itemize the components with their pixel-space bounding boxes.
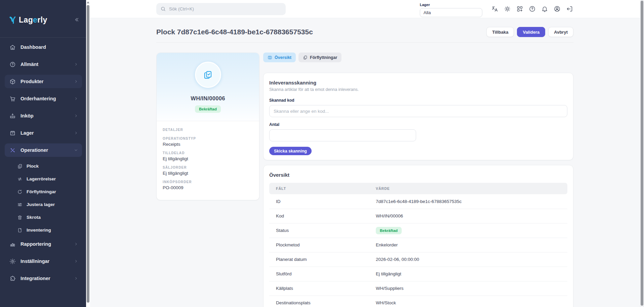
overview-title: Översikt: [269, 172, 567, 178]
info-hero: WH/IN/00006 Bekräftad: [157, 53, 259, 121]
sidebar-item-label: Lager: [21, 130, 34, 136]
row-label: Planerat datum: [269, 252, 369, 267]
overview-card: Översikt FÄLT VÄRDE ID7d87c1e6-6c48-4189…: [263, 165, 573, 307]
scrollbar-up-arrow[interactable]: [87, 1, 89, 3]
sidebar-item-label: Justera lager: [27, 202, 55, 207]
search-icon: [160, 6, 166, 12]
sidebar-item-forflyttningar[interactable]: Förflyttningar: [5, 186, 82, 197]
column-header-varde: VÄRDE: [369, 183, 567, 194]
page-header: Plock 7d87c1e6-6c48-4189-be1c-6788365753…: [156, 18, 573, 43]
help-icon[interactable]: [528, 5, 536, 13]
chevron-right-icon: [74, 62, 78, 66]
overview-table: FÄLT VÄRDE ID7d87c1e6-6c48-4189-be1c-678…: [269, 183, 567, 307]
clipboard-check-icon: [195, 62, 221, 88]
column-header-falt: FÄLT: [269, 183, 369, 194]
chevron-right-icon: [74, 276, 78, 280]
logo-text: Lagerly: [19, 15, 47, 25]
lagerly-logo-mark: [9, 16, 17, 24]
sidebar-item-skrota[interactable]: Skrota: [5, 212, 82, 223]
detail-value: Ej tillgängligt: [163, 156, 253, 161]
sliders-icon: [17, 202, 23, 207]
detail-value: Ej tillgängligt: [163, 171, 253, 176]
sidebar-item-operationer[interactable]: Operationer: [5, 143, 82, 157]
sidebar-item-plock[interactable]: Plock: [5, 161, 82, 172]
scan-card-subtitle: Skanna artiklar för att ta emot denna in…: [269, 87, 567, 92]
record-code: WH/IN/00006: [162, 95, 254, 102]
row-value: WH/IN/00006: [369, 209, 567, 223]
chevron-right-icon: [74, 131, 78, 135]
record-info-card: WH/IN/00006 Bekräftad DETALJER OPERATION…: [156, 53, 259, 200]
chevron-down-icon: [74, 148, 78, 152]
package-icon: [9, 78, 16, 85]
sidebar-item-label: Lagerrörelser: [27, 176, 56, 181]
detail-value: Receipts: [163, 142, 253, 147]
cancel-button[interactable]: Avbryt: [548, 27, 573, 37]
global-search: [156, 3, 286, 15]
row-label: Plockmetod: [269, 238, 369, 252]
chevron-right-icon: [74, 259, 78, 263]
row-value: Bekräftad: [369, 223, 567, 238]
translate-icon[interactable]: [491, 5, 499, 13]
sidebar-collapse-button[interactable]: [74, 17, 79, 24]
user-icon[interactable]: [553, 5, 561, 13]
sidebar-menu: DashboardAllmäntProdukterOrderhanteringI…: [0, 38, 86, 289]
tabs: ÖversiktFörflyttningar: [263, 53, 573, 62]
help-circle-icon: [9, 61, 16, 68]
tab-förflyttningar[interactable]: Förflyttningar: [298, 53, 341, 62]
scrollbar-thumb[interactable]: [87, 5, 89, 303]
tab-översikt[interactable]: Översikt: [263, 53, 296, 62]
page-scrollbar-thumb[interactable]: [641, 1, 643, 306]
details-section-label: DETALJER: [163, 128, 253, 132]
sidebar-item-integrationer[interactable]: Integrationer: [5, 272, 82, 285]
sidebar-item-label: Allmänt: [21, 62, 38, 67]
row-value: WH/Suppliers: [369, 281, 567, 296]
sidebar-item-dashboard[interactable]: Dashboard: [5, 40, 82, 54]
warehouse-selector: Lager: [420, 3, 482, 17]
chevron-right-icon: [74, 242, 78, 246]
sidebar-item-lager[interactable]: Lager: [5, 126, 82, 140]
scan-card-title: Inleveransskanning: [269, 80, 567, 86]
sidebar-item-rapportering[interactable]: Rapportering: [5, 237, 82, 251]
sidebar-item-label: Dashboard: [21, 44, 46, 50]
search-input[interactable]: [169, 6, 282, 11]
detail-label: SÄLJORDER: [163, 166, 253, 169]
table-row: StatusBekräftad: [269, 223, 567, 238]
sidebar-item-label: Rapportering: [21, 241, 51, 247]
sidebar-item-label: Plock: [27, 164, 39, 169]
home-icon: [9, 44, 16, 50]
topbar: Lager: [90, 0, 640, 18]
sidebar-item-produkter[interactable]: Produkter: [5, 75, 82, 88]
apps-plus-icon[interactable]: [516, 5, 524, 13]
sidebar-item-orderhantering[interactable]: Orderhantering: [5, 92, 82, 105]
page-scrollbar[interactable]: [640, 0, 644, 307]
logout-icon[interactable]: [566, 5, 573, 13]
quantity-label: Antal: [269, 122, 567, 127]
detail-label: OPERATIONSTYP: [163, 137, 253, 140]
tab-label: Förflyttningar: [310, 55, 337, 60]
row-value: WH/Stock: [369, 296, 567, 307]
warehouse-input[interactable]: [420, 8, 482, 17]
bell-icon[interactable]: [541, 5, 549, 13]
sidebar-item-label: Inställningar: [21, 259, 49, 264]
sun-icon[interactable]: [504, 5, 511, 13]
chevron-right-icon: [74, 97, 78, 101]
archive-icon: [9, 130, 16, 136]
row-label: Slutförd: [269, 267, 369, 281]
sidebar-item-installningar[interactable]: Inställningar: [5, 254, 82, 268]
tab-label: Översikt: [275, 55, 291, 60]
chevron-right-icon: [74, 79, 78, 83]
sidebar-scrollbar[interactable]: [86, 0, 90, 307]
back-button[interactable]: Tillbaka: [486, 27, 514, 37]
scanned-code-input[interactable]: [269, 105, 567, 117]
scanned-code-label: Skannad kod: [269, 98, 567, 103]
table-row: ID7d87c1e6-6c48-4189-be1c-67883657535c: [269, 194, 567, 209]
sidebar-item-lagerrorelser[interactable]: Lagerrörelser: [5, 173, 82, 184]
sidebar-item-justera-lager[interactable]: Justera lager: [5, 199, 82, 210]
submit-scan-button[interactable]: Skicka skanning: [269, 147, 312, 155]
quantity-input[interactable]: [269, 129, 416, 141]
validate-button[interactable]: Validera: [517, 27, 545, 37]
sidebar-item-inkop[interactable]: Inköp: [5, 109, 82, 123]
sidebar-item-inventering[interactable]: Inventering: [5, 225, 82, 236]
sidebar-item-allmant[interactable]: Allmänt: [5, 58, 82, 71]
journal-icon: [17, 227, 23, 233]
